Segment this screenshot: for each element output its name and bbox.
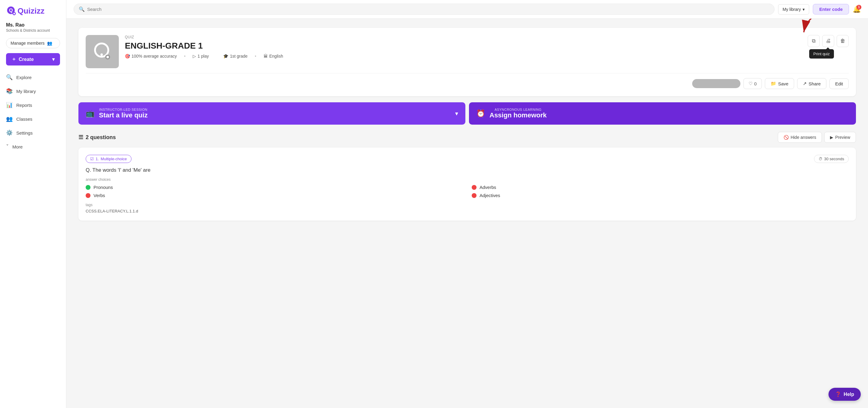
sidebar-item-reports[interactable]: 📊 Reports	[0, 98, 66, 112]
questions-header: ☰ 2 questions 🚫 Hide answers ▶ Preview	[79, 132, 856, 143]
svg-point-5	[100, 53, 103, 56]
sidebar-item-explore[interactable]: 🔍 Explore	[0, 70, 66, 84]
manage-members-button[interactable]: Manage members 👥	[6, 38, 60, 48]
share-button[interactable]: ↗ Share	[797, 78, 826, 89]
quiz-actions-top: ⧉ 🖨 Print quiz	[808, 35, 849, 47]
save-icon: 📁	[771, 81, 776, 86]
question-type-label: Multiple-choice	[101, 156, 127, 161]
chevron-down-icon: ▾	[52, 56, 55, 62]
homework-session-title: Assign homework	[490, 111, 547, 119]
answer-label: Adverbs	[479, 185, 496, 190]
reports-icon: 📊	[6, 102, 13, 108]
account-type: Schools & Districts account	[6, 28, 60, 33]
preview-button[interactable]: ▶ Preview	[824, 132, 856, 143]
question-type-badge: ☑ 1. Multiple-choice	[86, 155, 131, 163]
clock-icon: ⏱	[818, 156, 823, 161]
edit-button[interactable]: Edit	[829, 79, 849, 89]
logo-icon: Q	[6, 5, 17, 16]
sidebar-item-more[interactable]: ˅ More	[0, 140, 66, 154]
settings-icon: ⚙️	[6, 129, 13, 136]
plus-icon: ＋	[11, 56, 16, 62]
create-button[interactable]: ＋ Create ▾	[6, 53, 60, 65]
preview-label: Preview	[835, 135, 850, 140]
quiz-card-top: QUIZ ENGLISH-GRADE 1 🎯 100% average accu…	[86, 35, 849, 68]
assign-homework-button[interactable]: ⏰ ASYNCRONOUS LEARNING Assign homework	[469, 102, 856, 125]
language-icon: 🏛	[264, 54, 268, 59]
live-session-label: INSTRUCTOR-LED SESSION	[99, 108, 148, 111]
correct-dot	[86, 185, 91, 190]
search-input[interactable]	[87, 7, 769, 12]
enter-code-button[interactable]: Enter code	[813, 4, 849, 14]
library-icon: 📚	[6, 88, 13, 94]
library-selector[interactable]: My library ▾	[778, 4, 809, 14]
logo: Q Quizizz	[6, 5, 60, 16]
question-card: ☑ 1. Multiple-choice ⏱ 30 seconds Q. The…	[79, 148, 856, 221]
plays-value: 1 play	[197, 54, 209, 59]
quiz-thumb-svg	[90, 39, 114, 64]
sidebar-item-classes[interactable]: 👥 Classes	[0, 112, 66, 126]
help-button[interactable]: ❓ Help	[829, 388, 861, 401]
copy-button[interactable]: ⧉	[808, 35, 820, 47]
quiz-meta: 🎯 100% average accuracy • ▷ 1 play 🎓 1st…	[125, 54, 802, 59]
accuracy-value: 100% average accuracy	[131, 54, 177, 59]
accuracy-icon: 🎯	[125, 54, 130, 59]
sidebar-item-settings[interactable]: ⚙️ Settings	[0, 126, 66, 140]
quiz-thumbnail	[86, 35, 119, 68]
start-live-quiz-button[interactable]: 📺 INSTRUCTOR-LED SESSION Start a live qu…	[79, 102, 465, 125]
answer-choices-label: answer choices	[86, 177, 849, 182]
accuracy-item: 🎯 100% average accuracy	[125, 54, 177, 59]
play-icon: ▶	[830, 135, 833, 140]
copy-icon: ⧉	[812, 38, 815, 44]
like-count: 0	[754, 81, 757, 86]
svg-text:Q: Q	[9, 7, 13, 13]
header: 🔍 My library ▾ Enter code 🔔 1	[66, 0, 868, 19]
live-session-title: Start a live quiz	[99, 111, 148, 119]
chevron-down-icon: ˅	[6, 143, 9, 150]
help-label: Help	[843, 392, 854, 397]
language-item: 🏛 English	[264, 54, 283, 59]
classes-icon: 👥	[6, 116, 13, 122]
eye-slash-icon: 🚫	[783, 135, 789, 140]
questions-actions: 🚫 Hide answers ▶ Preview	[778, 132, 856, 143]
answer-label: Verbs	[93, 193, 105, 198]
homework-icon: ⏰	[476, 109, 485, 118]
content-area: QUIZ ENGLISH-GRADE 1 🎯 100% average accu…	[66, 19, 868, 408]
quiz-title: ENGLISH-GRADE 1	[125, 41, 802, 51]
hide-answers-button[interactable]: 🚫 Hide answers	[778, 132, 822, 143]
notification-button[interactable]: 🔔 1	[852, 5, 861, 13]
tag-value: CCSS.ELA-LITERACY.L.1.1.d	[86, 209, 849, 213]
logo-text: Quizizz	[18, 6, 44, 16]
heart-icon: ♡	[749, 81, 752, 86]
tags-label: tags	[86, 203, 849, 207]
search-bar[interactable]: 🔍	[73, 4, 775, 15]
manage-members-label: Manage members	[10, 41, 44, 46]
hide-answers-label: Hide answers	[790, 135, 816, 140]
svg-point-7	[106, 56, 109, 58]
edit-label: Edit	[835, 81, 843, 86]
question-header: ☑ 1. Multiple-choice ⏱ 30 seconds	[86, 155, 849, 163]
logo-container: Q Quizizz	[0, 0, 66, 19]
incorrect-dot	[472, 193, 476, 198]
quiz-type-label: QUIZ	[125, 35, 802, 39]
print-tooltip: Print quiz	[809, 49, 834, 59]
save-button[interactable]: 📁 Save	[765, 78, 794, 89]
live-icon: 📺	[86, 109, 95, 118]
answer-item: Pronouns	[86, 185, 463, 190]
question-text: Q. The words 'I' and 'Me' are	[86, 167, 849, 173]
sidebar: Q Quizizz Ms. Rao Schools & Districts ac…	[0, 0, 66, 408]
print-button[interactable]: 🖨 Print quiz	[822, 35, 834, 47]
answer-grid: Pronouns Adverbs Verbs Adjectives	[86, 185, 849, 198]
user-name: Ms. Rao	[6, 22, 60, 28]
chevron-down-icon: ▾	[455, 110, 458, 117]
create-label: Create	[19, 57, 34, 62]
delete-button[interactable]: 🗑	[837, 35, 849, 47]
answer-item: Adjectives	[472, 193, 849, 198]
share-icon: ↗	[803, 81, 807, 86]
like-button[interactable]: ♡ 0	[743, 78, 762, 89]
answer-label: Pronouns	[93, 185, 113, 190]
play-icon: ▷	[193, 54, 196, 59]
sidebar-item-my-library[interactable]: 📚 My library	[0, 84, 66, 98]
answer-item: Verbs	[86, 193, 463, 198]
checkbox-icon: ☑	[90, 156, 94, 161]
answer-label: Adjectives	[479, 193, 500, 198]
